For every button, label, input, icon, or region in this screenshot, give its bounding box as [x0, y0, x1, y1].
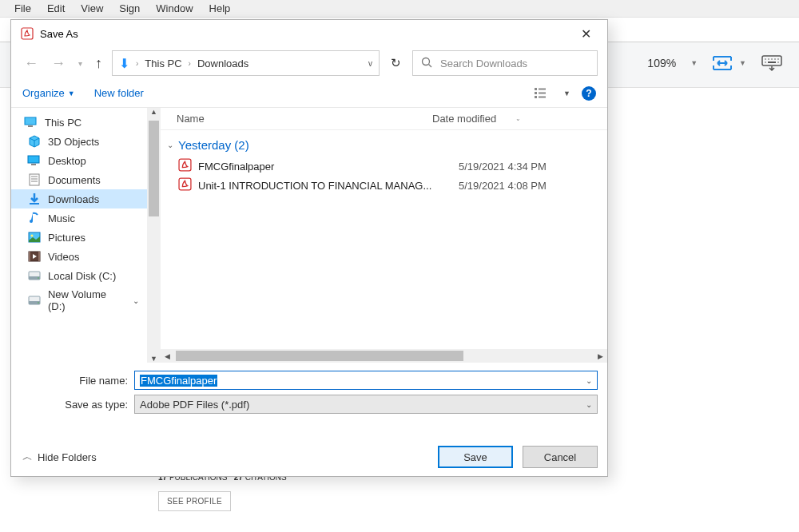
chevron-up-icon: ︿: [22, 450, 33, 464]
keyboard-icon[interactable]: [761, 54, 783, 72]
svg-point-34: [38, 277, 39, 279]
horizontal-scrollbar[interactable]: ◀ ▶: [161, 349, 607, 363]
svg-rect-30: [29, 252, 30, 261]
svg-point-5: [777, 58, 779, 60]
see-profile-button[interactable]: SEE PROFILE: [158, 491, 231, 511]
sidebar-scrollbar[interactable]: ▲ ▼: [147, 108, 161, 363]
svg-line-11: [429, 64, 432, 67]
svg-point-37: [38, 302, 39, 304]
breadcrumb-root[interactable]: This PC: [145, 58, 181, 69]
sidebar-item-documents[interactable]: Documents: [11, 170, 147, 189]
scroll-down-icon[interactable]: ▼: [147, 355, 161, 363]
dialog-toolbar: Organize ▼ New folder ▼ ?: [11, 79, 607, 108]
svg-rect-8: [768, 62, 776, 63]
scroll-thumb[interactable]: [149, 121, 159, 216]
menu-edit[interactable]: Edit: [39, 1, 73, 16]
menu-help[interactable]: Help: [201, 1, 239, 16]
svg-rect-12: [535, 88, 537, 90]
chevron-down-icon: ▼: [68, 89, 75, 97]
zoom-dropdown-icon[interactable]: ▼: [690, 59, 698, 67]
menu-sign[interactable]: Sign: [111, 1, 148, 16]
column-headers: Name Date modified ⌄: [161, 108, 607, 130]
zoom-level[interactable]: 109%: [647, 57, 676, 69]
file-name-label: File name:: [21, 375, 134, 387]
svg-point-4: [774, 58, 776, 60]
new-folder-button[interactable]: New folder: [94, 87, 144, 99]
view-dropdown-icon[interactable]: ▼: [563, 89, 570, 97]
save-type-label: Save as type:: [21, 399, 134, 411]
sidebar-item-this-pc[interactable]: This PC: [11, 113, 147, 132]
menu-view[interactable]: View: [73, 1, 111, 16]
nav-forward-icon[interactable]: →: [48, 55, 69, 72]
file-name: FMCGfinalpaper: [198, 161, 452, 173]
fit-dropdown-icon[interactable]: ▼: [739, 59, 746, 67]
pc-icon: [24, 116, 38, 129]
file-row[interactable]: Unit-1 INTRODUCTION TO FINANCIAL MANAG..…: [161, 176, 607, 195]
file-date: 5/19/2021 4:34 PM: [459, 161, 547, 173]
view-mode-icon[interactable]: [535, 87, 552, 100]
group-header[interactable]: ⌄ Yesterday (2): [161, 130, 607, 157]
scroll-up-icon[interactable]: ▲: [147, 108, 161, 116]
save-type-select[interactable]: Adobe PDF Files (*.pdf) ⌄: [134, 395, 598, 414]
menu-window[interactable]: Window: [148, 1, 201, 16]
column-date[interactable]: Date modified ⌄: [432, 113, 521, 125]
h-scroll-thumb[interactable]: [176, 351, 463, 361]
svg-rect-9: [22, 28, 33, 39]
sidebar-item-label: Pictures: [48, 232, 85, 244]
sidebar-item-label: Downloads: [48, 193, 99, 205]
menu-file[interactable]: File: [6, 1, 39, 16]
sidebar-item-downloads[interactable]: Downloads: [11, 189, 147, 208]
chevron-down-icon: ⌄: [167, 141, 173, 149]
sidebar-item-desktop[interactable]: Desktop: [11, 151, 147, 170]
svg-point-2: [768, 58, 769, 60]
save-button[interactable]: Save: [438, 446, 513, 468]
breadcrumb-folder[interactable]: Downloads: [197, 58, 248, 69]
sidebar-item-label: Local Disk (C:): [48, 270, 116, 282]
nav-recent-icon[interactable]: ▾: [75, 59, 85, 68]
pdf-file-icon: [178, 158, 192, 174]
sidebar-item-label: New Volume (D:): [48, 288, 126, 312]
scroll-right-icon[interactable]: ▶: [594, 352, 607, 360]
file-name-input[interactable]: FMCGfinalpaper ⌄: [134, 371, 598, 390]
refresh-icon[interactable]: ↻: [386, 56, 406, 70]
close-icon[interactable]: ✕: [574, 26, 598, 42]
organize-button[interactable]: Organize ▼: [22, 87, 75, 99]
breadcrumb[interactable]: ⬇ › This PC › Downloads v: [112, 50, 380, 76]
sidebar-item-label: 3D Objects: [48, 136, 99, 148]
svg-point-10: [423, 58, 430, 65]
sort-indicator-icon: ⌄: [515, 115, 521, 122]
chevron-down-icon[interactable]: ⌄: [586, 400, 592, 409]
sidebar-item-new-volume-d-[interactable]: New Volume (D:)⌄: [11, 285, 147, 316]
pdf-file-icon: [178, 177, 192, 193]
downloads-icon: ⬇: [119, 56, 129, 71]
dialog-navbar: ← → ▾ ↑ ⬇ › This PC › Downloads v ↻ Sear…: [11, 47, 607, 79]
file-row[interactable]: FMCGfinalpaper5/19/2021 4:34 PM: [161, 157, 607, 176]
desktop-icon: [27, 154, 42, 167]
nav-back-icon[interactable]: ←: [21, 55, 42, 72]
disk-icon: [27, 294, 42, 307]
svg-rect-21: [31, 164, 36, 165]
hide-folders-toggle[interactable]: ︿ Hide Folders: [22, 450, 97, 464]
svg-point-3: [771, 58, 773, 60]
sidebar-item-3d-objects[interactable]: 3D Objects: [11, 132, 147, 151]
chevron-down-icon[interactable]: ⌄: [133, 296, 139, 305]
sidebar-item-local-disk-c-[interactable]: Local Disk (C:): [11, 266, 147, 285]
dialog-footer: ︿ Hide Folders Save Cancel: [11, 423, 607, 476]
pdf-app-icon: [21, 27, 34, 40]
nav-up-icon[interactable]: ↑: [92, 55, 105, 72]
fit-width-icon[interactable]: [712, 54, 733, 73]
sidebar-item-pictures[interactable]: Pictures: [11, 228, 147, 247]
help-icon[interactable]: ?: [582, 86, 596, 101]
breadcrumb-dropdown-icon[interactable]: v: [368, 59, 372, 68]
sidebar-item-videos[interactable]: Videos: [11, 247, 147, 266]
scroll-left-icon[interactable]: ◀: [161, 352, 174, 360]
chevron-right-icon: ›: [189, 59, 191, 68]
search-input[interactable]: Search Downloads: [412, 50, 598, 76]
sidebar-item-music[interactable]: Music: [11, 208, 147, 228]
svg-rect-13: [535, 92, 537, 94]
sidebar-item-label: Music: [48, 212, 75, 224]
cancel-button[interactable]: Cancel: [523, 446, 598, 468]
disk-icon: [27, 269, 42, 282]
column-name[interactable]: Name: [161, 113, 432, 125]
chevron-down-icon[interactable]: ⌄: [586, 376, 592, 385]
